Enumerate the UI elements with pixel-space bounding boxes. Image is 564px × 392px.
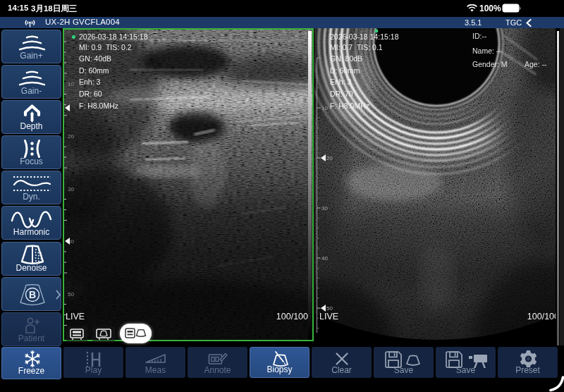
svg-text:Enh: 3: Enh: 3 bbox=[79, 78, 101, 86]
svg-text:30: 30 bbox=[68, 186, 74, 192]
svg-text:20: 20 bbox=[326, 155, 333, 161]
svg-text:10: 10 bbox=[321, 105, 328, 111]
svg-text:2026-03-18 14:15:18: 2026-03-18 14:15:18 bbox=[79, 32, 148, 41]
svg-text:F: H8.0MHz: F: H8.0MHz bbox=[79, 102, 118, 110]
svg-text:DR: 70: DR: 70 bbox=[330, 90, 353, 98]
svg-text:MI: 0.7 TIS: 0.1: MI: 0.7 TIS: 0.1 bbox=[330, 43, 383, 51]
svg-text:GN: 80dB: GN: 80dB bbox=[330, 54, 362, 63]
svg-text:50: 50 bbox=[68, 291, 74, 298]
svg-text:D: 60mm: D: 60mm bbox=[79, 66, 109, 75]
svg-text:100/100: 100/100 bbox=[527, 312, 556, 321]
svg-text:F: H8.0MHz: F: H8.0MHz bbox=[330, 102, 369, 110]
svg-text:Age: --: Age: -- bbox=[525, 60, 547, 68]
svg-text:DR: 60: DR: 60 bbox=[79, 90, 102, 98]
svg-text:50: 50 bbox=[326, 305, 333, 312]
svg-text:Name: --: Name: -- bbox=[472, 47, 501, 55]
svg-text:30: 30 bbox=[321, 205, 328, 212]
svg-text:ID:--: ID:-- bbox=[472, 32, 487, 40]
svg-text:10: 10 bbox=[68, 81, 74, 87]
svg-text:Enh: 3: Enh: 3 bbox=[330, 78, 352, 86]
svg-text:Gender: M: Gender: M bbox=[472, 60, 508, 68]
svg-text:LIVE: LIVE bbox=[66, 312, 85, 321]
svg-text:20: 20 bbox=[68, 133, 74, 140]
svg-text:GN: 40dB: GN: 40dB bbox=[79, 54, 111, 63]
svg-text:B: B bbox=[29, 289, 36, 300]
svg-text:100/100: 100/100 bbox=[276, 312, 308, 321]
svg-text:2026-03-18 14:15:18: 2026-03-18 14:15:18 bbox=[330, 32, 399, 41]
svg-text:MI: 0.9 TIS: 0.2: MI: 0.9 TIS: 0.2 bbox=[79, 43, 132, 51]
svg-text:D: 60mm: D: 60mm bbox=[330, 66, 360, 75]
svg-text:40: 40 bbox=[321, 255, 328, 262]
svg-text:LIVE: LIVE bbox=[319, 312, 338, 321]
